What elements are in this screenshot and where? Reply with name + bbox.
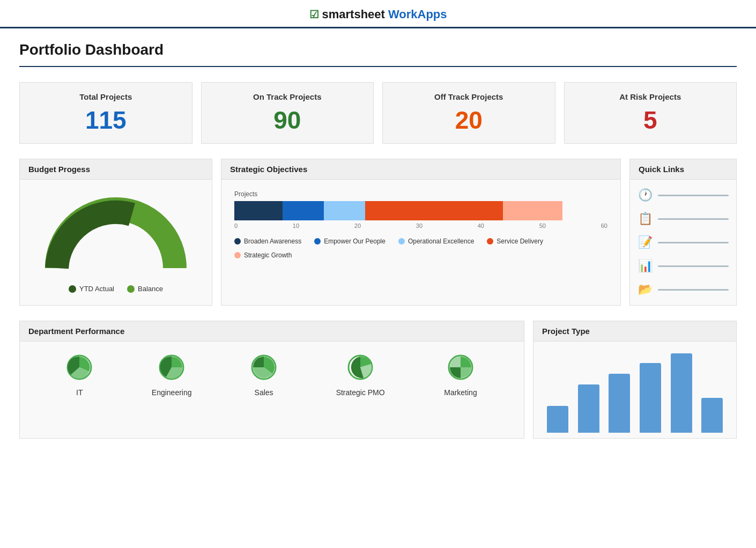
projtype-body xyxy=(533,342,736,438)
balance-label: Balance xyxy=(138,285,163,293)
bar-col-3 xyxy=(608,374,631,433)
chart-legend: Broaden Awareness Empower Our People Ope… xyxy=(234,238,607,259)
strategic-section-header: Strategic Objectives xyxy=(221,159,620,180)
kpi-total-projects: Total Projects 115 xyxy=(19,82,192,144)
x-10: 10 xyxy=(293,223,299,229)
ql-line-4 xyxy=(658,265,729,267)
app-logo: ☑ smartsheet WorkApps xyxy=(309,8,447,21)
ql-line-5 xyxy=(658,289,729,291)
bar-col-4 xyxy=(639,363,662,433)
bar-2 xyxy=(578,384,599,433)
strategic-section: Strategic Objectives Projects xyxy=(221,159,621,306)
dept-sales[interactable]: Sales xyxy=(251,354,277,397)
bar-4 xyxy=(640,363,661,433)
ql-line-1 xyxy=(658,195,729,196)
x-20: 20 xyxy=(354,223,361,229)
dept-pmo-icon xyxy=(347,354,373,384)
app-header: ☑ smartsheet WorkApps xyxy=(0,0,756,28)
stacked-bar-chart: 0 10 20 30 40 50 60 xyxy=(234,201,607,229)
dept-body: IT Engineering xyxy=(20,342,524,408)
title-divider xyxy=(19,66,737,67)
operational-circle xyxy=(398,238,405,245)
empower-circle xyxy=(314,238,321,245)
strategic-growth-circle xyxy=(234,252,241,258)
kpi-off-track: Off Track Projects 20 xyxy=(382,82,555,144)
broaden-label: Broaden Awareness xyxy=(244,238,301,245)
x-30: 30 xyxy=(416,223,423,229)
dept-section-header: Department Performance xyxy=(20,321,524,342)
legend-balance: Balance xyxy=(127,285,163,293)
segment-service xyxy=(365,201,503,220)
dept-sales-icon xyxy=(251,354,277,384)
ytd-label: YTD Actual xyxy=(79,285,114,293)
ql-clock-icon: 🕐 xyxy=(638,188,653,202)
ql-item-4[interactable]: 📊 xyxy=(638,259,729,273)
dept-it-label: IT xyxy=(76,388,83,397)
logo-check-icon: ☑ xyxy=(309,8,319,21)
projtype-section: Project Type xyxy=(533,321,737,439)
dept-engineering-icon xyxy=(159,354,184,384)
gauge-svg xyxy=(41,190,191,276)
ql-item-1[interactable]: 🕐 xyxy=(638,188,729,202)
bar-3 xyxy=(609,374,630,433)
kpi-on-track-value: 90 xyxy=(212,108,363,132)
balance-dot xyxy=(127,285,135,293)
budget-section-header: Budget Progess xyxy=(20,159,212,180)
bar-col-2 xyxy=(577,384,600,433)
service-label: Service Delivery xyxy=(496,238,543,245)
ql-line-3 xyxy=(658,242,729,243)
ql-edit-icon: 📝 xyxy=(638,235,653,249)
budget-section: Budget Progess xyxy=(19,159,212,306)
gauge-chart xyxy=(41,190,191,276)
x-60: 60 xyxy=(601,223,607,229)
strategic-body: Projects xyxy=(221,180,620,268)
stacked-bar xyxy=(234,201,607,220)
kpi-at-risk-value: 5 xyxy=(575,108,726,132)
segment-strategic xyxy=(503,201,562,220)
quicklinks-section: Quick Links 🕐 📋 📝 📊 xyxy=(629,159,737,306)
ql-item-5[interactable]: 📂 xyxy=(638,283,729,297)
x-50: 50 xyxy=(539,223,546,229)
x-0: 0 xyxy=(234,223,238,229)
kpi-at-risk: At Risk Projects 5 xyxy=(564,82,737,144)
dept-it-icon xyxy=(66,354,92,384)
segment-operational xyxy=(324,201,365,220)
bar-5 xyxy=(671,353,692,433)
ql-item-2[interactable]: 📋 xyxy=(638,212,729,226)
kpi-on-track-label: On Track Projects xyxy=(212,92,363,101)
bottom-row: Department Performance IT xyxy=(19,321,737,439)
operational-label: Operational Excellence xyxy=(408,238,474,245)
quicklinks-body: 🕐 📋 📝 📊 📂 xyxy=(630,180,736,305)
ql-doc-icon: 📋 xyxy=(638,212,653,226)
kpi-at-risk-label: At Risk Projects xyxy=(575,92,726,101)
segment-broaden xyxy=(234,201,283,220)
page-content: Portfolio Dashboard Total Projects 115 O… xyxy=(0,28,756,451)
dept-sales-label: Sales xyxy=(255,388,273,397)
ytd-dot xyxy=(69,285,76,293)
segment-empower xyxy=(283,201,324,220)
dept-marketing[interactable]: Marketing xyxy=(444,354,477,397)
dept-it[interactable]: IT xyxy=(66,354,92,397)
dept-marketing-label: Marketing xyxy=(444,388,477,397)
legend-strategic-growth: Strategic Growth xyxy=(234,251,292,259)
bar-1 xyxy=(547,406,568,433)
legend-empower: Empower Our People xyxy=(314,238,386,245)
kpi-total-value: 115 xyxy=(31,108,181,132)
bar-col-5 xyxy=(670,353,693,433)
gauge-legend: YTD Actual Balance xyxy=(69,285,163,293)
empower-label: Empower Our People xyxy=(324,238,386,245)
logo-brand: smartsheet xyxy=(322,8,385,21)
ql-line-2 xyxy=(658,218,729,220)
page-title: Portfolio Dashboard xyxy=(19,41,737,58)
ql-item-3[interactable]: 📝 xyxy=(638,235,729,249)
quicklinks-header: Quick Links xyxy=(630,159,736,180)
kpi-total-label: Total Projects xyxy=(31,92,181,101)
dept-pmo[interactable]: Strategic PMO xyxy=(336,354,385,397)
x-axis: 0 10 20 30 40 50 60 xyxy=(234,223,607,229)
kpi-off-track-value: 20 xyxy=(394,108,544,132)
dept-engineering[interactable]: Engineering xyxy=(152,354,192,397)
kpi-on-track: On Track Projects 90 xyxy=(201,82,374,144)
legend-operational: Operational Excellence xyxy=(398,238,474,245)
dept-section: Department Performance IT xyxy=(19,321,524,439)
logo-product: WorkApps xyxy=(388,8,447,21)
